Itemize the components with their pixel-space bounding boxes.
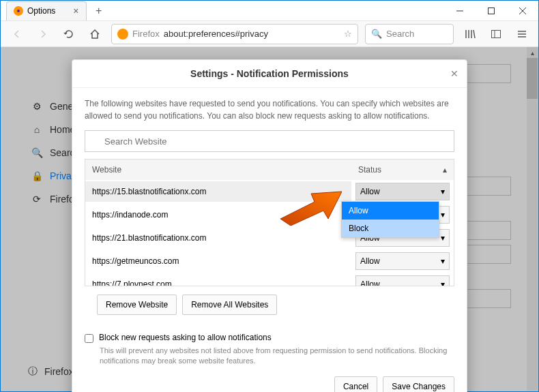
block-new-requests-label[interactable]: Block new requests asking to allow notif…: [99, 333, 272, 342]
search-placeholder: Search: [386, 29, 414, 39]
table-row[interactable]: https://7.ploynest.com Allow▾: [85, 273, 454, 286]
chevron-down-icon: ▾: [441, 280, 445, 286]
new-tab-button[interactable]: +: [91, 3, 107, 19]
toolbar: Firefox about:preferences#privacy ☆ 🔍 Se…: [1, 21, 538, 47]
tab-title: Options: [27, 6, 55, 16]
browser-tab[interactable]: Options ×: [6, 1, 87, 20]
chevron-down-icon: ▾: [441, 233, 445, 243]
menu-button[interactable]: [512, 25, 531, 44]
block-new-requests-checkbox[interactable]: [85, 334, 93, 343]
dropdown-option-block[interactable]: Block: [342, 220, 439, 237]
library-button[interactable]: [461, 25, 480, 44]
modal-overlay: Settings - Notification Permissions ✕ Th…: [1, 47, 538, 391]
firefox-icon: [14, 6, 23, 16]
remove-all-websites-button[interactable]: Remove All Websites: [182, 295, 277, 315]
svg-rect-6: [492, 30, 501, 37]
maximize-button[interactable]: [476, 1, 507, 21]
back-button[interactable]: [8, 25, 27, 44]
column-status[interactable]: Status ▴: [351, 160, 454, 180]
site-url: https://21.blastnotificationx.com: [85, 228, 351, 248]
url-text: about:preferences#privacy: [164, 29, 340, 39]
svg-point-1: [17, 10, 20, 12]
status-select[interactable]: Allow ▾: [355, 183, 450, 200]
block-new-requests-description: This will prevent any websites not liste…: [72, 346, 467, 367]
home-button[interactable]: [85, 25, 104, 44]
annotation-arrow-icon: [280, 188, 342, 228]
table-row[interactable]: https://getmeuncos.com Allow▾: [85, 250, 454, 273]
window-close-button[interactable]: [507, 1, 538, 21]
bookmark-star-icon[interactable]: ☆: [344, 29, 352, 39]
table-row[interactable]: https://15.blastnotificationx.com Allow …: [85, 180, 454, 203]
site-url: https://getmeuncos.com: [85, 251, 351, 271]
status-select[interactable]: Allow▾: [355, 275, 450, 286]
search-website-input[interactable]: [85, 130, 454, 152]
titlebar: Options × +: [1, 1, 538, 21]
url-bar[interactable]: Firefox about:preferences#privacy ☆: [111, 24, 358, 44]
chevron-down-icon: ▾: [441, 187, 445, 196]
remove-website-button[interactable]: Remove Website: [97, 295, 177, 315]
firefox-icon: [117, 29, 128, 40]
chevron-down-icon: ▾: [441, 256, 445, 266]
site-url: https://7.ploynest.com: [85, 274, 351, 286]
cancel-button[interactable]: Cancel: [334, 376, 377, 392]
svg-marker-11: [280, 192, 342, 226]
dialog-title: Settings - Notification Permissions: [190, 68, 349, 79]
reload-button[interactable]: [59, 25, 78, 44]
sort-icon: ▴: [443, 165, 447, 175]
url-brand: Firefox: [132, 29, 160, 39]
minimize-button[interactable]: [444, 1, 476, 21]
status-dropdown: Allow Block: [341, 201, 439, 238]
close-tab-icon[interactable]: ×: [73, 5, 78, 16]
search-bar[interactable]: 🔍 Search: [365, 24, 454, 44]
svg-rect-3: [489, 7, 495, 14]
dialog-description: The following websites have requested to…: [85, 97, 454, 122]
search-icon: 🔍: [371, 29, 382, 39]
site-permissions-table: Website Status ▴ https://15.blastnotific…: [85, 159, 454, 286]
status-select[interactable]: Allow▾: [355, 252, 450, 270]
dropdown-option-allow[interactable]: Allow: [342, 202, 439, 220]
dialog-close-button[interactable]: ✕: [450, 68, 458, 79]
notification-permissions-dialog: Settings - Notification Permissions ✕ Th…: [72, 59, 467, 392]
chevron-down-icon: ▾: [441, 210, 445, 220]
save-changes-button[interactable]: Save Changes: [383, 376, 454, 392]
column-website[interactable]: Website: [85, 160, 351, 180]
sidebar-button[interactable]: [486, 25, 506, 44]
forward-button[interactable]: [33, 25, 53, 44]
